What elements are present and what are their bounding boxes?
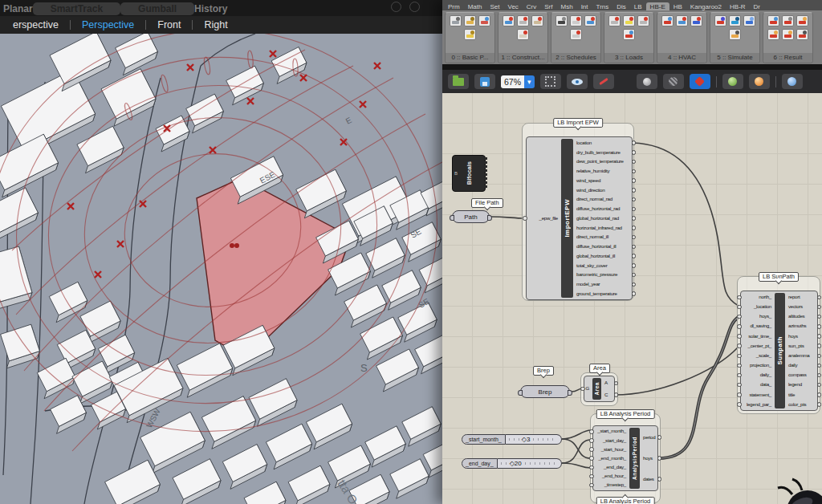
record-history-icon[interactable] (391, 2, 401, 12)
sunpath-output[interactable]: title (786, 392, 817, 397)
energyplus-icon[interactable] (714, 15, 726, 26)
palette-group[interactable]: 2 :: Schedules (551, 12, 601, 63)
save-file-button[interactable] (474, 74, 495, 89)
sunpath-output[interactable]: compass (786, 372, 817, 377)
rhino-toolbar-item[interactable]: History (194, 3, 227, 14)
gh-tab[interactable]: Math (464, 2, 486, 10)
area-component[interactable]: G Area A C (584, 376, 615, 402)
attr-hex-icon[interactable] (464, 29, 476, 40)
zoom-level-select[interactable]: 67% ▾ (501, 75, 535, 88)
read-fan-icon[interactable] (782, 15, 794, 26)
filepath-param[interactable]: Path (452, 210, 490, 223)
read-table-icon[interactable] (767, 29, 779, 40)
sunpath-output[interactable]: vectors (786, 304, 817, 309)
sunpath-output[interactable]: daily (786, 363, 817, 368)
sunpath-output[interactable]: altitudes (786, 314, 817, 319)
sunpath-input[interactable]: projection_ (741, 363, 774, 368)
viewport-tab[interactable]: Front (146, 19, 192, 30)
gh-tab[interactable]: Srf (540, 2, 556, 10)
ladybug-preview-button[interactable] (722, 74, 743, 89)
import-epw-input[interactable]: _epw_file (527, 216, 560, 221)
import-epw-output[interactable]: ground_temperature (574, 291, 632, 296)
palette-group[interactable]: 0 :: Basic P... (445, 12, 495, 63)
analysis-period-input[interactable]: _start_month_ (593, 429, 629, 433)
house-x-icon[interactable] (637, 15, 649, 26)
start-month-slider[interactable]: _start_month_ ◇3 (462, 434, 562, 445)
import-epw-output[interactable]: diffuse_horizontal_rad (574, 206, 632, 211)
openstudio-icon[interactable] (743, 15, 755, 26)
run-123-icon[interactable] (729, 15, 741, 26)
import-epw-output[interactable]: wind_speed (574, 178, 632, 183)
gh-tab[interactable]: Dr (750, 2, 764, 10)
area-output[interactable]: A (602, 380, 614, 385)
slider-track[interactable]: ◇3 (506, 434, 562, 445)
gh-tab[interactable]: HB-E (646, 2, 669, 10)
gh-tab[interactable]: LB (630, 2, 646, 10)
preview-wireframe-button[interactable] (663, 74, 684, 89)
gh-tab[interactable]: Set (486, 2, 503, 10)
analysis-period-input[interactable]: _start_day_ (593, 438, 629, 443)
slider-value[interactable]: ◇3 (521, 436, 531, 444)
analysis-period-output[interactable]: period (641, 435, 657, 440)
import-epw-output[interactable]: location (574, 140, 632, 145)
gh-tab[interactable]: Prm (444, 2, 464, 10)
spring-p-icon[interactable] (729, 29, 741, 40)
import-epw-output[interactable]: global_horizontal_ill (574, 254, 632, 258)
import-epw-output[interactable]: direct_normal_ill (574, 234, 632, 239)
import-epw-component[interactable]: _epw_file ImportEPW locationdry_bulb_tem… (526, 136, 633, 300)
import-epw-output[interactable]: global_horizontal_rad (574, 216, 632, 221)
preview-off-button[interactable] (637, 74, 657, 89)
analysis-period-input[interactable]: _timestep_ (593, 482, 629, 487)
house-plus-icon[interactable] (608, 15, 621, 26)
brick-x-icon[interactable] (517, 29, 529, 40)
palette-group[interactable]: 5 :: Simulate (710, 12, 760, 63)
sunpath-input[interactable]: legend_par_ (741, 402, 774, 407)
rhino-toolbar-item[interactable]: Planar (3, 3, 33, 14)
calendar-123-icon[interactable] (570, 29, 582, 40)
room-down-icon[interactable] (531, 15, 543, 26)
analysis-period-input[interactable]: _end_day_ (593, 465, 629, 469)
gh-tab[interactable]: Int (577, 2, 592, 10)
read-zsz-icon[interactable] (796, 29, 808, 40)
viewport-tab[interactable]: Right (193, 19, 238, 30)
rhino-3d-viewport[interactable]: E ESE SE SE S WSW tta O (0, 34, 442, 504)
sunpath-input[interactable]: daily_ (741, 372, 774, 377)
chevron-down-icon[interactable]: ▾ (524, 75, 535, 88)
gh-tab[interactable]: Dis (612, 2, 630, 10)
open-file-button[interactable] (448, 74, 469, 89)
air-flag-icon[interactable] (690, 15, 702, 26)
palette-group[interactable]: 4 :: HVAC (657, 12, 707, 63)
read-123-icon[interactable] (767, 15, 779, 26)
sketch-tool-button[interactable] (593, 74, 614, 89)
brep-param[interactable]: Brep (520, 385, 570, 398)
analysis-period-component[interactable]: _start_month__start_day__start_hour__end… (592, 425, 658, 491)
bifocals-component[interactable]: B Bifocals (452, 155, 486, 192)
read-dome-icon[interactable] (796, 15, 808, 26)
gh-tab[interactable]: Vec (503, 2, 522, 10)
analysis-period-input[interactable]: _start_hour_ (593, 447, 629, 452)
sunpath-output[interactable]: hoys (786, 334, 817, 339)
calendar-x-icon[interactable] (570, 15, 582, 26)
sunpath-input[interactable]: hoys_ (741, 314, 774, 319)
zoom-extents-button[interactable] (540, 74, 561, 89)
import-epw-output[interactable]: horizontal_infrared_rad (574, 226, 632, 230)
sunpath-input[interactable]: _scale_ (741, 353, 774, 358)
sunpath-output[interactable]: color_pts (786, 402, 817, 407)
import-epw-output[interactable]: dew_point_temperature (574, 159, 632, 164)
color-layers-icon[interactable] (478, 15, 490, 26)
import-epw-output[interactable]: direct_normal_rad (574, 197, 632, 201)
sky-preview-button[interactable] (782, 74, 803, 89)
sunpath-input[interactable]: solar_time_ (741, 334, 774, 339)
palette-group[interactable]: 3 :: Loads (604, 12, 654, 63)
analysis-period-output[interactable]: hoys (641, 456, 657, 461)
bulb-x-icon[interactable] (623, 15, 635, 26)
area-output[interactable]: C (602, 392, 614, 397)
analysis-period-output[interactable]: dates (641, 477, 657, 482)
sunpath-input[interactable]: dl_saving_ (741, 323, 774, 328)
import-epw-output[interactable]: wind_direction (574, 188, 632, 193)
sunpath-output[interactable]: sun_pts (786, 343, 817, 348)
sunpath-input[interactable]: statement_ (741, 392, 774, 397)
sunpath-input[interactable]: north_ (741, 295, 774, 299)
sunpath-component[interactable]: north__locationhoys_dl_saving_solar_time… (740, 291, 818, 411)
gh-tab[interactable]: Kangaroo2 (686, 2, 726, 10)
